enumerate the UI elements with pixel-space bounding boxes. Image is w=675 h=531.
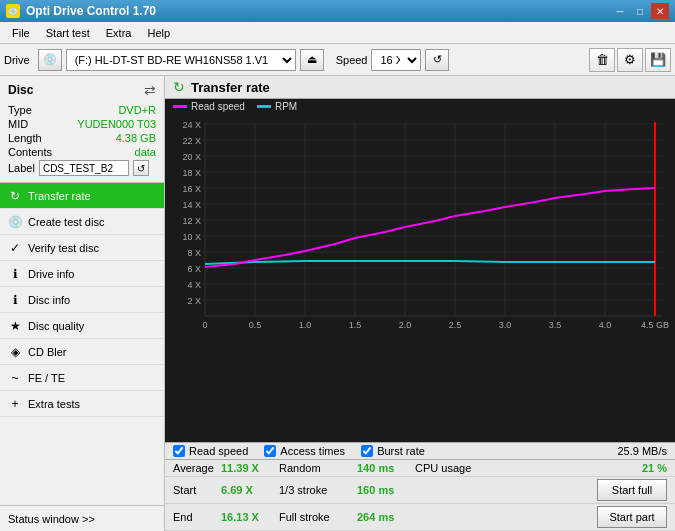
- svg-text:22 X: 22 X: [182, 136, 201, 146]
- stroke2-value: 264 ms: [357, 511, 407, 523]
- nav-cd-bler-label: CD Bler: [28, 346, 67, 358]
- length-value: 4.38 GB: [116, 132, 156, 144]
- sidebar: Disc ⇄ Type DVD+R MID YUDEN000 T03 Lengt…: [0, 76, 165, 531]
- random-value: 140 ms: [357, 462, 407, 474]
- nav-create-test-disc[interactable]: 💿 Create test disc: [0, 209, 164, 235]
- menu-extra[interactable]: Extra: [98, 25, 140, 41]
- nav-verify-test-disc[interactable]: ✓ Verify test disc: [0, 235, 164, 261]
- start-full-button[interactable]: Start full: [597, 479, 667, 501]
- nav-drive-info[interactable]: ℹ Drive info: [0, 261, 164, 287]
- average-value: 11.39 X: [221, 462, 271, 474]
- drive-label: Drive: [4, 54, 30, 66]
- read-speed-checkbox[interactable]: [173, 445, 185, 457]
- burst-rate-value: 25.9 MB/s: [617, 445, 667, 457]
- svg-text:2 X: 2 X: [187, 296, 201, 306]
- nav-verify-test-disc-label: Verify test disc: [28, 242, 99, 254]
- checkboxes-row: Read speed Access times Burst rate 25.9 …: [165, 442, 675, 459]
- legend-read-speed: Read speed: [173, 101, 245, 112]
- save-button[interactable]: 💾: [645, 48, 671, 72]
- cpu-label: CPU usage: [415, 462, 471, 474]
- content-area: ↻ Transfer rate Read speed RPM 24 X 22 X…: [165, 76, 675, 531]
- chart-legend: Read speed RPM: [165, 99, 675, 114]
- svg-text:1.5: 1.5: [349, 320, 362, 330]
- nav-extra-tests-label: Extra tests: [28, 398, 80, 410]
- svg-text:20 X: 20 X: [182, 152, 201, 162]
- menu-help[interactable]: Help: [139, 25, 178, 41]
- stats-row-end: End 16.13 X Full stroke 264 ms Start par…: [165, 504, 675, 531]
- fe-te-icon: ~: [8, 371, 22, 385]
- close-button[interactable]: ✕: [651, 3, 669, 19]
- type-label: Type: [8, 104, 32, 116]
- speed-label: Speed: [336, 54, 368, 66]
- svg-text:0.5: 0.5: [249, 320, 262, 330]
- toolbar: Drive 💿 (F:) HL-DT-ST BD-RE WH16NS58 1.V…: [0, 44, 675, 76]
- stroke1-label: 1/3 stroke: [279, 484, 349, 496]
- chart-header: ↻ Transfer rate: [165, 76, 675, 99]
- svg-text:2.5: 2.5: [449, 320, 462, 330]
- legend-rpm: RPM: [257, 101, 297, 112]
- end-label: End: [173, 511, 213, 523]
- svg-text:4.0: 4.0: [599, 320, 612, 330]
- drive-select[interactable]: (F:) HL-DT-ST BD-RE WH16NS58 1.V1: [66, 49, 296, 71]
- svg-text:12 X: 12 X: [182, 216, 201, 226]
- start-part-button[interactable]: Start part: [597, 506, 667, 528]
- svg-text:4.5 GB: 4.5 GB: [641, 320, 669, 330]
- minimize-button[interactable]: ─: [611, 3, 629, 19]
- stats-row-average: Average 11.39 X Random 140 ms CPU usage …: [165, 460, 675, 477]
- access-times-checkbox[interactable]: [264, 445, 276, 457]
- nav-extra-tests[interactable]: + Extra tests: [0, 391, 164, 417]
- access-times-checkbox-label: Access times: [280, 445, 345, 457]
- contents-value: data: [135, 146, 156, 158]
- nav-disc-quality[interactable]: ★ Disc quality: [0, 313, 164, 339]
- disc-info-icon: ℹ: [8, 293, 22, 307]
- disc-title: Disc: [8, 83, 33, 97]
- mid-label: MID: [8, 118, 28, 130]
- svg-text:3.0: 3.0: [499, 320, 512, 330]
- start-label: Start: [173, 484, 213, 496]
- end-value: 16.13 X: [221, 511, 271, 523]
- clear-button[interactable]: 🗑: [589, 48, 615, 72]
- create-test-disc-icon: 💿: [8, 215, 22, 229]
- label-input[interactable]: [39, 160, 129, 176]
- settings-button[interactable]: ⚙: [617, 48, 643, 72]
- status-window-button[interactable]: Status window >>: [0, 505, 164, 531]
- svg-text:16 X: 16 X: [182, 184, 201, 194]
- legend-rpm-color: [257, 105, 271, 108]
- burst-rate-checkbox[interactable]: [361, 445, 373, 457]
- svg-text:4 X: 4 X: [187, 280, 201, 290]
- nav-disc-info[interactable]: ℹ Disc info: [0, 287, 164, 313]
- nav-transfer-rate-label: Transfer rate: [28, 190, 91, 202]
- stats-area: Average 11.39 X Random 140 ms CPU usage …: [165, 459, 675, 531]
- svg-text:14 X: 14 X: [182, 200, 201, 210]
- legend-read-speed-color: [173, 105, 187, 108]
- nav-create-test-disc-label: Create test disc: [28, 216, 104, 228]
- disc-quality-icon: ★: [8, 319, 22, 333]
- disc-arrow[interactable]: ⇄: [144, 82, 156, 98]
- nav-disc-info-label: Disc info: [28, 294, 70, 306]
- read-speed-checkbox-label: Read speed: [189, 445, 248, 457]
- menu-start-test[interactable]: Start test: [38, 25, 98, 41]
- nav-disc-quality-label: Disc quality: [28, 320, 84, 332]
- burst-rate-checkbox-item: Burst rate: [361, 445, 425, 457]
- mid-value: YUDEN000 T03: [77, 118, 156, 130]
- svg-text:2.0: 2.0: [399, 320, 412, 330]
- average-label: Average: [173, 462, 213, 474]
- read-speed-checkbox-item: Read speed: [173, 445, 248, 457]
- nav-cd-bler[interactable]: ◈ CD Bler: [0, 339, 164, 365]
- speed-select[interactable]: 16 X: [371, 49, 421, 71]
- status-window-label: Status window >>: [8, 513, 95, 525]
- start-value: 6.69 X: [221, 484, 271, 496]
- label-refresh-button[interactable]: ↺: [133, 160, 149, 176]
- menu-file[interactable]: File: [4, 25, 38, 41]
- refresh-button[interactable]: ↺: [425, 49, 449, 71]
- app-title: Opti Drive Control 1.70: [26, 4, 156, 18]
- nav-transfer-rate[interactable]: ↻ Transfer rate: [0, 183, 164, 209]
- nav-fe-te[interactable]: ~ FE / TE: [0, 365, 164, 391]
- chart-container: 24 X 22 X 20 X 18 X 16 X 14 X 12 X 10 X …: [165, 114, 675, 442]
- eject-button[interactable]: ⏏: [300, 49, 324, 71]
- maximize-button[interactable]: □: [631, 3, 649, 19]
- legend-rpm-label: RPM: [275, 101, 297, 112]
- svg-text:10 X: 10 X: [182, 232, 201, 242]
- disc-section: Disc ⇄ Type DVD+R MID YUDEN000 T03 Lengt…: [0, 76, 164, 183]
- stats-row-start: Start 6.69 X 1/3 stroke 160 ms Start ful…: [165, 477, 675, 504]
